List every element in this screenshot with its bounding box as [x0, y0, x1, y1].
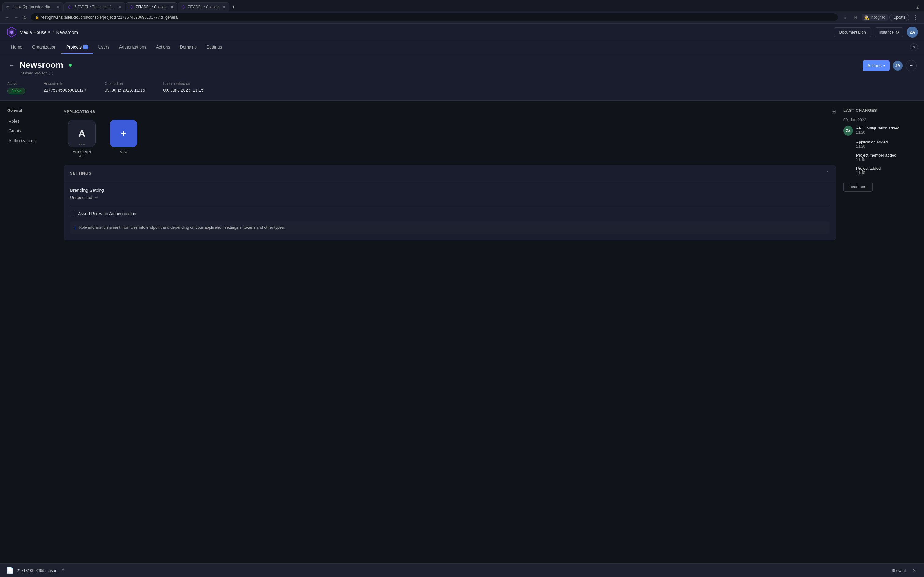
member-avatar: ZA: [893, 61, 903, 71]
nav-item-users[interactable]: Users: [93, 41, 114, 54]
projects-badge: 1: [83, 45, 88, 49]
reload-button[interactable]: ↻: [22, 14, 28, 21]
applications-title: APPLICATIONS: [63, 109, 95, 114]
info-box-text: Role information is sent from Userinfo e…: [79, 225, 285, 230]
app-card-article-api[interactable]: A Article API API: [63, 120, 100, 158]
last-modified-value: 09. June 2023, 11:15: [163, 88, 204, 92]
tab-3-close[interactable]: ✕: [171, 5, 173, 9]
change-content-3: Project added 11:15: [856, 166, 880, 175]
last-modified-label: Last modified on: [163, 82, 204, 86]
change-item-2: Project member added 11:15: [843, 153, 917, 162]
branding-setting: Branding Setting Unspecified ✏: [70, 187, 830, 200]
branding-setting-value: Unspecified: [70, 195, 92, 200]
status-label: Active: [7, 82, 25, 86]
zitadel-logo: [6, 27, 17, 37]
show-all-button[interactable]: Show all: [892, 568, 906, 573]
right-panel: LAST CHANGES 09. Jun 2023 ZA API Configu…: [843, 108, 917, 240]
collapse-icon[interactable]: ⌃: [825, 170, 830, 176]
user-avatar[interactable]: ZA: [907, 27, 918, 37]
sidebar: General Roles Grants Authorizations: [7, 108, 56, 240]
app-name-new: New: [120, 150, 128, 154]
chevron-down-icon: ▾: [884, 64, 885, 68]
tab-3-title: ZITADEL • Console: [136, 5, 168, 9]
nav-item-settings[interactable]: Settings: [202, 41, 227, 54]
nav-help-button[interactable]: ?: [910, 44, 918, 51]
incognito-label: Incognito: [871, 15, 885, 19]
app-name-article-api: Article API: [73, 150, 91, 154]
sidebar-section-label: General: [7, 108, 56, 113]
change-time-2: 11:15: [856, 158, 897, 162]
back-button[interactable]: ←: [7, 60, 16, 70]
nav-item-home[interactable]: Home: [6, 41, 27, 54]
update-button[interactable]: Update: [890, 14, 909, 21]
new-app-icon[interactable]: +: [110, 120, 137, 147]
tab-4[interactable]: ⬡ ZITADEL • Console ✕: [178, 2, 229, 11]
add-member-button[interactable]: +: [906, 60, 917, 71]
close-bottom-bar-button[interactable]: ✕: [910, 567, 918, 574]
created-on-value: 09. June 2023, 11:15: [105, 88, 145, 92]
instance-button[interactable]: Instance: [875, 27, 903, 37]
meta-last-modified: Last modified on 09. June 2023, 11:15: [163, 82, 204, 94]
menu-button[interactable]: ⋮: [911, 13, 920, 21]
change-item-1: Application added 11:20: [843, 140, 917, 149]
applications-grid: A Article API API + New: [63, 120, 836, 158]
incognito-badge: 🕵 Incognito: [862, 14, 888, 21]
tab-1-close[interactable]: ✕: [57, 5, 60, 9]
meta-created-on: Created on 09. June 2023, 11:15: [105, 82, 145, 94]
address-bar[interactable]: 🔒 test-ghlwrr.zitadel.cloud/ui/console/p…: [31, 13, 838, 21]
org-switcher-button[interactable]: [48, 31, 51, 34]
tab-2-close[interactable]: ✕: [119, 5, 121, 9]
nav-bar: Home Organization Projects 1 Users Autho…: [0, 41, 924, 54]
sidebar-item-authorizations[interactable]: Authorizations: [7, 136, 56, 146]
breadcrumb-org[interactable]: Media House: [19, 30, 51, 35]
nav-item-actions[interactable]: Actions: [151, 41, 175, 54]
actions-button[interactable]: Actions ▾: [863, 60, 890, 71]
forward-nav-button[interactable]: →: [13, 14, 19, 21]
documentation-button[interactable]: Documentation: [834, 27, 871, 37]
sidebar-item-roles[interactable]: Roles: [7, 116, 56, 126]
nav-item-projects[interactable]: Projects 1: [61, 41, 94, 54]
tab-1-title: Inbox (2) - janedoe.zitadel@g...: [13, 5, 54, 9]
project-title-section: ← Newsroom Owned Project i: [7, 60, 72, 76]
bookmark-button[interactable]: ☆: [841, 14, 850, 21]
nav-item-domains[interactable]: Domains: [175, 41, 202, 54]
change-action-3: Project added: [856, 166, 880, 171]
breadcrumb-page: Newsroom: [56, 30, 78, 35]
grid-view-icon[interactable]: ⊞: [832, 108, 836, 115]
tab-4-close[interactable]: ✕: [223, 5, 225, 9]
tab-bar: ✉ Inbox (2) - janedoe.zitadel@g... ✕ ⬡ Z…: [0, 0, 924, 11]
change-action-2: Project member added: [856, 153, 897, 158]
assert-roles-checkbox[interactable]: [70, 211, 75, 216]
status-indicator: [69, 63, 72, 66]
app-card-new[interactable]: + New: [105, 120, 142, 158]
change-content-0: API Configuration added 11:20: [856, 126, 900, 135]
tab-4-title: ZITADEL • Console: [188, 5, 220, 9]
tab-1[interactable]: ✉ Inbox (2) - janedoe.zitadel@g... ✕: [2, 2, 63, 11]
assert-roles-row: Assert Roles on Authentication: [70, 211, 830, 216]
tab-2[interactable]: ⬡ ZITADEL • The best of Auth0 a... ✕: [64, 2, 125, 11]
nav-item-organization[interactable]: Organization: [27, 41, 61, 54]
owned-project-info-icon[interactable]: i: [48, 71, 53, 76]
settings-header[interactable]: SETTINGS ⌃: [64, 166, 836, 181]
app-type-article-api: API: [79, 154, 85, 158]
browser-chrome: ✉ Inbox (2) - janedoe.zitadel@g... ✕ ⬡ Z…: [0, 0, 924, 24]
new-tab-button[interactable]: +: [230, 3, 237, 11]
tab-3[interactable]: ⬡ ZITADEL • Console ✕: [126, 2, 177, 11]
header-left: Media House / Newsroom: [6, 27, 78, 37]
branding-edit-icon[interactable]: ✏: [95, 195, 98, 200]
applications-section-header: APPLICATIONS ⊞: [63, 108, 836, 115]
header-right: Documentation Instance ZA: [834, 27, 918, 37]
last-changes-title: LAST CHANGES: [843, 108, 917, 113]
assert-roles-label: Assert Roles on Authentication: [78, 211, 136, 216]
nav-item-authorizations[interactable]: Authorizations: [114, 41, 151, 54]
split-view-button[interactable]: ⊡: [851, 14, 860, 21]
meta-resource-id: Resource Id 217757459069010177: [44, 82, 86, 94]
expand-download-button[interactable]: ^: [60, 567, 66, 573]
project-header-top: ← Newsroom Owned Project i Actions ▾ ZA …: [7, 60, 917, 76]
sidebar-item-grants[interactable]: Grants: [7, 126, 56, 136]
load-more-button[interactable]: Load more: [843, 182, 873, 192]
address-bar-row: ← → ↻ 🔒 test-ghlwrr.zitadel.cloud/ui/con…: [0, 11, 924, 23]
back-nav-button[interactable]: ←: [4, 14, 10, 21]
minimize-button[interactable]: ⊻: [914, 3, 922, 11]
org-name: Media House: [19, 30, 47, 35]
